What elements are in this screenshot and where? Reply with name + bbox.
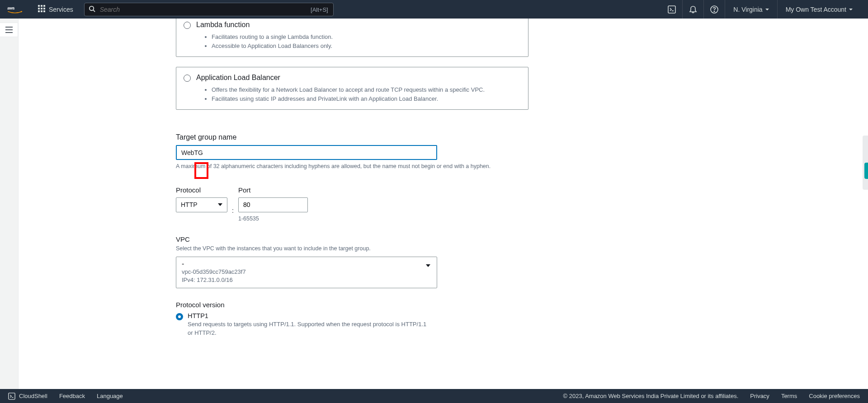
svg-rect-5 xyxy=(41,8,42,9)
search-icon xyxy=(89,5,95,14)
svg-rect-1 xyxy=(38,5,40,7)
top-nav: aws Services [Alt+S] N. Virginia My Own … xyxy=(0,0,868,19)
notifications-button[interactable] xyxy=(682,0,703,19)
svg-rect-8 xyxy=(41,10,42,12)
services-label: Services xyxy=(49,6,73,13)
cloudshell-icon-button[interactable] xyxy=(661,0,682,19)
svg-rect-4 xyxy=(38,8,40,9)
search-input[interactable] xyxy=(84,3,334,16)
account-label: My Own Test Account xyxy=(786,6,846,13)
grid-icon xyxy=(38,5,45,14)
svg-rect-3 xyxy=(43,5,45,7)
svg-point-10 xyxy=(90,6,94,10)
svg-rect-9 xyxy=(43,10,45,12)
search-shortcut: [Alt+S] xyxy=(311,6,328,13)
svg-rect-6 xyxy=(43,8,45,9)
svg-text:aws: aws xyxy=(7,5,14,10)
help-button[interactable] xyxy=(703,0,725,19)
account-selector[interactable]: My Own Test Account xyxy=(777,0,861,19)
aws-logo[interactable]: aws xyxy=(7,5,23,14)
region-selector[interactable]: N. Virginia xyxy=(725,0,777,19)
svg-rect-2 xyxy=(41,5,42,7)
global-search[interactable]: [Alt+S] xyxy=(84,3,334,16)
svg-point-15 xyxy=(714,11,715,12)
caret-down-icon xyxy=(849,9,853,10)
region-label: N. Virginia xyxy=(733,6,762,13)
caret-down-icon xyxy=(765,9,769,10)
services-button[interactable]: Services xyxy=(33,0,79,19)
svg-line-11 xyxy=(93,10,95,12)
svg-rect-7 xyxy=(38,10,40,12)
